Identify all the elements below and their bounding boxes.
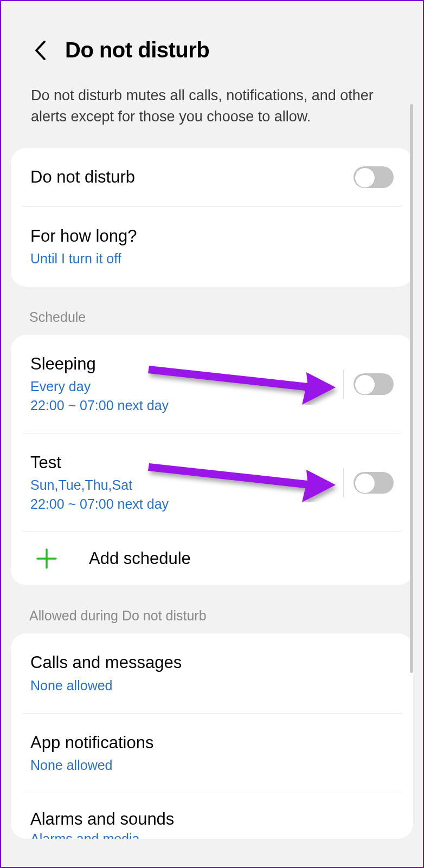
schedule-row-test[interactable]: Test Sun,Tue,Thu,Sat 22:00 ~ 07:00 next … [11, 433, 413, 532]
add-schedule-label: Add schedule [89, 549, 191, 568]
alarms-row[interactable]: Alarms and sounds Alarms and media [11, 793, 413, 839]
schedule-title: Test [30, 452, 333, 474]
dnd-toggle-row[interactable]: Do not disturb [11, 148, 413, 206]
schedule-time: 22:00 ~ 07:00 next day [30, 495, 333, 514]
main-settings-card: Do not disturb For how long? Until I tur… [11, 148, 413, 287]
apps-value: None allowed [30, 756, 394, 775]
divider [343, 468, 344, 497]
divider [343, 370, 344, 399]
apps-row[interactable]: App notifications None allowed [11, 714, 413, 793]
schedule-days: Sun,Tue,Thu,Sat [30, 476, 333, 495]
dnd-label: Do not disturb [30, 166, 354, 188]
chevron-left-icon [34, 40, 46, 61]
schedule-section-header: Schedule [1, 287, 423, 335]
schedule-card: Sleeping Every day 22:00 ~ 07:00 next da… [11, 335, 413, 586]
calls-value: None allowed [30, 676, 394, 695]
add-schedule-row[interactable]: Add schedule [11, 532, 413, 585]
how-long-label: For how long? [30, 225, 394, 247]
alarms-value: Alarms and media [30, 831, 394, 839]
plus-icon [30, 547, 63, 570]
allowed-section-header: Allowed during Do not disturb [1, 585, 423, 633]
how-long-value: Until I turn it off [30, 249, 394, 268]
schedule-days: Every day [30, 377, 333, 396]
apps-title: App notifications [30, 732, 394, 754]
schedule-time: 22:00 ~ 07:00 next day [30, 396, 333, 415]
alarms-title: Alarms and sounds [30, 809, 394, 829]
header: Do not disturb [1, 1, 423, 79]
back-button[interactable] [28, 38, 52, 62]
how-long-row[interactable]: For how long? Until I turn it off [11, 207, 413, 287]
page-title: Do not disturb [65, 38, 209, 62]
calls-title: Calls and messages [30, 652, 394, 673]
schedule-toggle-test[interactable] [354, 472, 394, 494]
page-description: Do not disturb mutes all calls, notifica… [1, 79, 423, 148]
schedule-toggle-sleeping[interactable] [354, 373, 394, 395]
calls-row[interactable]: Calls and messages None allowed [11, 633, 413, 713]
dnd-toggle[interactable] [354, 166, 394, 188]
schedule-title: Sleeping [30, 353, 333, 375]
allowed-card: Calls and messages None allowed App noti… [11, 633, 413, 839]
schedule-row-sleeping[interactable]: Sleeping Every day 22:00 ~ 07:00 next da… [11, 335, 413, 433]
